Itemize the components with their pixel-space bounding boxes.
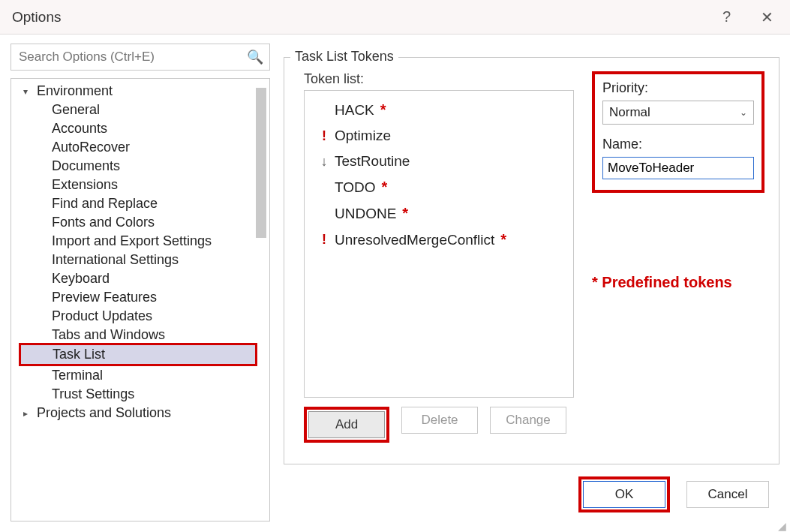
predef-asterisk-icon: * (382, 179, 388, 196)
arrow-down-icon: ↓ (318, 154, 330, 170)
tree-item-fonts-and-colors[interactable]: Fonts and Colors (11, 213, 269, 232)
tree-item-accounts[interactable]: Accounts (11, 119, 269, 138)
window-title: Options (12, 9, 61, 26)
right-pane: Task List Tokens Token list: HACK * ! (284, 44, 779, 521)
tree-item-find-and-replace[interactable]: Find and Replace (11, 194, 269, 213)
token-item-testroutine[interactable]: ↓ TestRoutine (305, 149, 573, 174)
priority-label: Priority: (602, 80, 754, 96)
search-input[interactable] (17, 49, 247, 65)
options-tree: ▾ Environment General Accounts AutoRecov… (11, 78, 270, 521)
add-button[interactable]: Add (308, 411, 385, 438)
token-item-todo[interactable]: TODO * (305, 174, 573, 200)
name-input[interactable] (602, 157, 754, 179)
tree-item-general[interactable]: General (11, 101, 269, 119)
tree-item-preview-features[interactable]: Preview Features (11, 288, 269, 307)
token-column: Token list: HACK * ! Optimize (304, 71, 574, 452)
tree-item-keyboard[interactable]: Keyboard (11, 269, 269, 288)
tree-node-environment[interactable]: ▾ Environment (11, 82, 269, 101)
options-dialog: Options ? ✕ 🔍 ▾ Environment General Acco… (0, 0, 790, 532)
change-button[interactable]: Change (490, 407, 566, 434)
tree-label: Projects and Solutions (37, 405, 171, 421)
predef-asterisk-icon: * (500, 231, 506, 248)
search-box[interactable]: 🔍 (11, 44, 270, 71)
tree-scrollbar[interactable] (256, 88, 266, 238)
help-button[interactable]: ? (722, 8, 731, 26)
exclamation-icon: ! (318, 128, 330, 144)
priority-value: Normal (609, 105, 650, 120)
tree-item-product-updates[interactable]: Product Updates (11, 307, 269, 326)
tree-item-terminal[interactable]: Terminal (11, 366, 269, 385)
expander-icon: ▸ (23, 408, 32, 419)
highlight-add: Add (304, 407, 389, 443)
task-list-tokens-group: Task List Tokens Token list: HACK * ! (284, 57, 779, 464)
name-label: Name: (602, 137, 754, 152)
cancel-button[interactable]: Cancel (686, 481, 769, 508)
tree-label: Environment (37, 83, 113, 99)
token-properties-column: Priority: Normal ⌄ Name: * Predefined to… (592, 71, 765, 452)
tree-item-autorecover[interactable]: AutoRecover (11, 138, 269, 157)
token-list[interactable]: HACK * ! Optimize ↓ TestRoutine (304, 90, 574, 398)
token-item-optimize[interactable]: ! Optimize (305, 123, 573, 149)
exclamation-icon: ! (318, 232, 330, 248)
token-button-row: Add Delete Change (304, 407, 574, 443)
predef-asterisk-icon: * (380, 101, 386, 119)
ok-button[interactable]: OK (583, 481, 665, 508)
tree-item-extensions[interactable]: Extensions (11, 176, 269, 194)
tree-item-documents[interactable]: Documents (11, 157, 269, 176)
token-item-hack[interactable]: HACK * (305, 97, 573, 123)
dialog-body: 🔍 ▾ Environment General Accounts AutoRec… (0, 35, 790, 532)
titlebar-controls: ? ✕ (722, 5, 782, 29)
delete-button[interactable]: Delete (401, 407, 478, 434)
left-pane: 🔍 ▾ Environment General Accounts AutoRec… (11, 44, 270, 521)
predef-asterisk-icon: * (402, 205, 408, 222)
close-button[interactable]: ✕ (752, 5, 782, 29)
titlebar: Options ? ✕ (0, 0, 790, 35)
resize-grip-icon[interactable]: ◢ (778, 520, 788, 530)
expander-icon: ▾ (23, 86, 32, 97)
highlight-ok: OK (578, 476, 670, 512)
tree-node-projects-and-solutions[interactable]: ▸ Projects and Solutions (11, 404, 269, 422)
search-icon: 🔍 (247, 49, 263, 65)
group-title: Task List Tokens (290, 49, 398, 65)
predefined-tokens-note: * Predefined tokens (592, 274, 765, 291)
token-list-label: Token list: (304, 71, 574, 87)
tree-item-international-settings[interactable]: International Settings (11, 251, 269, 269)
dialog-footer-buttons: OK Cancel (578, 476, 769, 512)
token-item-undone[interactable]: UNDONE * (305, 200, 573, 227)
token-item-unresolvedmergeconflict[interactable]: ! UnresolvedMergeConflict * (305, 227, 573, 253)
tree-item-tabs-and-windows[interactable]: Tabs and Windows (11, 326, 269, 344)
tree-item-trust-settings[interactable]: Trust Settings (11, 385, 269, 404)
tree-item-import-export-settings[interactable]: Import and Export Settings (11, 232, 269, 251)
token-properties-highlight: Priority: Normal ⌄ Name: (592, 71, 764, 193)
priority-select[interactable]: Normal ⌄ (602, 101, 754, 125)
chevron-down-icon: ⌄ (740, 107, 747, 118)
tree-item-task-list[interactable]: Task List (19, 343, 257, 366)
